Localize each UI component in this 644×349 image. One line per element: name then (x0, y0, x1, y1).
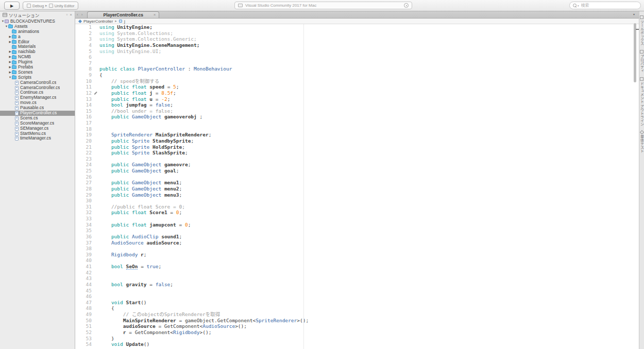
dock-tab-properties[interactable]: プロパティ (639, 50, 644, 73)
line-number[interactable]: 46 (75, 293, 92, 300)
tree-item-scens-cs[interactable]: Scens.cs (0, 116, 75, 121)
line-number[interactable]: 38 (75, 246, 92, 252)
code-line[interactable]: 5using UnityEngine.UI; (75, 48, 639, 55)
code-line[interactable]: 41 bool SeOn = true; (75, 264, 639, 270)
chevron-collapsed-icon[interactable]: ▶ (8, 55, 12, 60)
line-number[interactable]: 2 (75, 30, 92, 37)
code-line[interactable]: 13 public float u = -2; (75, 96, 639, 102)
code-line[interactable]: 52 r = GetComponent<Rigidbody>(); (75, 329, 639, 336)
tree-item-pausable-cs[interactable]: Pausable.cs (0, 106, 75, 111)
tree-item-semanager-cs[interactable]: SEManager.cs (0, 126, 75, 131)
code-line[interactable]: 40 (75, 257, 639, 264)
tree-item-startmenu-cs[interactable]: StartMenu.cs (0, 131, 75, 136)
code-line[interactable]: 19 SpriteRenderer MainSpriteRenderer; (75, 132, 639, 138)
chevron-collapsed-icon[interactable]: ▶ (8, 49, 12, 55)
code-line[interactable]: 28 public GameObject menu2; (75, 186, 639, 192)
chevron-collapsed-icon[interactable]: ▶ (8, 65, 12, 70)
line-number[interactable]: 21 (75, 144, 92, 150)
code-line[interactable]: 33 (75, 216, 639, 222)
code-line[interactable]: 48 { (75, 305, 639, 311)
notification-icon[interactable] (404, 3, 409, 8)
tab-overflow-chevron-icon[interactable]: ▾ (633, 11, 639, 18)
code-line[interactable]: 17 (75, 120, 639, 126)
line-number[interactable]: 48 (75, 305, 92, 311)
code-line[interactable]: 25 public GameObject goal; (75, 168, 639, 174)
line-number[interactable]: 24 (75, 162, 92, 168)
code-line[interactable]: 3using System.Collections.Generic; (75, 36, 639, 42)
breadcrumb-member[interactable]: j (124, 19, 125, 24)
line-number[interactable]: 51 (75, 323, 92, 329)
line-number[interactable]: 47 (75, 300, 92, 306)
code-line[interactable]: 9{ (75, 72, 639, 78)
navigate-forward-icon[interactable]: › (80, 11, 84, 18)
code-line[interactable]: 22 public Sprite SlashSprite; (75, 150, 639, 156)
line-number[interactable]: 17 (75, 120, 92, 126)
code-line[interactable]: 44 bool gravity = false; (75, 282, 639, 288)
tree-item-scenes[interactable]: ▶Scenes (0, 70, 75, 75)
line-number[interactable]: 16 (75, 114, 92, 120)
code-line[interactable]: 54 void Update() (75, 341, 639, 347)
code-line[interactable]: 42 (75, 270, 639, 276)
line-number[interactable]: 15 (75, 108, 92, 114)
chevron-collapsed-icon[interactable]: ▶ (8, 40, 12, 45)
line-number[interactable]: 37 (75, 240, 92, 246)
code-line[interactable]: 15 //bool under = false; (75, 108, 639, 114)
code-line[interactable]: 6 (75, 54, 639, 60)
dock-tab-unit-tests[interactable]: 単体テスト (639, 131, 644, 153)
line-number[interactable]: 9 (75, 72, 92, 78)
tree-item-a[interactable]: ▶a (0, 34, 75, 40)
line-number[interactable]: 35 (75, 228, 92, 234)
tree-item-animations[interactable]: animations (0, 29, 75, 34)
code-line[interactable]: 53 } (75, 336, 639, 342)
tab-playercontroller[interactable]: PlayerController.cs × (87, 11, 159, 18)
line-number[interactable]: 25 (75, 168, 92, 174)
line-number[interactable]: 34 (75, 222, 92, 228)
code-line[interactable]: 35 (75, 228, 639, 234)
code-line[interactable]: 20 public Sprite StandbySprite; (75, 138, 639, 144)
code-line[interactable]: 16 public GameObject gameoverobj ; (75, 114, 639, 120)
line-number[interactable]: 4 (75, 42, 92, 48)
line-number[interactable]: 12 (75, 90, 92, 96)
line-number[interactable]: 29 (75, 192, 92, 198)
code-line[interactable]: 30 (75, 198, 639, 204)
line-number[interactable]: 10 (75, 78, 92, 84)
tree-item-move-cs[interactable]: move.cs (0, 100, 75, 106)
line-number[interactable]: 28 (75, 186, 92, 192)
tree-item-editor[interactable]: ▶Editor (0, 40, 75, 45)
line-number[interactable]: 50 (75, 318, 92, 324)
code-line[interactable]: 10 // speedを制御する (75, 78, 639, 84)
line-number[interactable]: 44 (75, 282, 92, 288)
code-line[interactable]: 14 bool jumpfag = false; (75, 102, 639, 108)
line-number[interactable]: 45 (75, 288, 92, 294)
tree-item-scoremanager-cs[interactable]: ScoreManager.cs (0, 121, 75, 126)
tree-item-prefabs[interactable]: ▶Prefabs (0, 65, 75, 70)
code-line[interactable]: 18 (75, 126, 639, 132)
tree-item-ncmb[interactable]: ▶NCMB (0, 55, 75, 60)
line-number[interactable]: 6 (75, 54, 92, 60)
tree-item-plugins[interactable]: ▶Plugins (0, 60, 75, 65)
tree-item-materials[interactable]: Materials (0, 44, 75, 49)
breadcrumb-class[interactable]: PlayerController (83, 19, 113, 24)
code-line[interactable]: 36 public AudioClip sound1; (75, 234, 639, 240)
line-number[interactable]: 19 (75, 132, 92, 138)
close-icon[interactable]: × (70, 13, 72, 17)
line-number[interactable]: 32 (75, 210, 92, 216)
code-line[interactable]: 32 public float Score1 = 0; (75, 210, 639, 216)
line-number[interactable]: 31 (75, 204, 92, 210)
code-line[interactable]: 11 public float speed = 5; (75, 84, 639, 90)
line-number[interactable]: 54 (75, 341, 92, 347)
line-number[interactable]: 11 (75, 84, 92, 90)
line-number[interactable]: 8 (75, 66, 92, 72)
code-line[interactable]: 51 audioSource = GetComponent<AudioSourc… (75, 323, 639, 329)
code-line[interactable]: 2using System.Collections; (75, 30, 639, 37)
code-line[interactable]: 1using UnityEngine; (75, 24, 639, 30)
code-line[interactable]: 31 //public float Score = 0; (75, 204, 639, 210)
line-number[interactable]: 52 (75, 329, 92, 336)
line-number[interactable]: 27 (75, 180, 92, 186)
line-number[interactable]: 13 (75, 96, 92, 102)
global-search[interactable]: ▾ (569, 2, 641, 9)
tree-item-timemanager-cs[interactable]: timeManager.cs (0, 136, 75, 141)
dock-tab-document-outline[interactable]: ドキュメント アウトライン (639, 77, 644, 126)
line-number[interactable]: 23 (75, 156, 92, 162)
line-number[interactable]: 40 (75, 257, 92, 264)
